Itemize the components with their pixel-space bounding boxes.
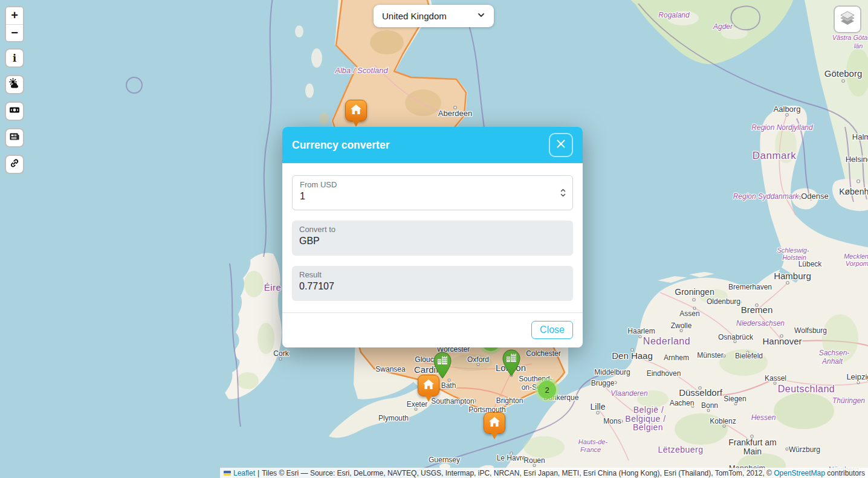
news-button[interactable] — [5, 128, 24, 147]
map-label-city: Odense — [801, 192, 829, 201]
map-label-city: Rouen — [523, 456, 545, 465]
map-label-city: Wolfsburg — [794, 326, 827, 335]
map-label-city: Bath — [441, 381, 456, 390]
cluster-count: 2 — [538, 381, 556, 399]
link-icon — [9, 158, 20, 171]
map-label-city: Aachen — [670, 399, 695, 407]
openstreetmap-link[interactable]: OpenStreetMap — [774, 469, 825, 477]
money-icon — [9, 105, 20, 118]
map-label-city: Hannover — [762, 336, 802, 346]
map-label-region: France — [580, 446, 601, 453]
map-label-city: Halmst — [852, 132, 868, 141]
map-label-country: België / — [633, 405, 664, 415]
marker-house-scotland[interactable] — [345, 100, 367, 121]
from-usd-input[interactable] — [300, 191, 539, 202]
map-label-country: Éire — [264, 282, 282, 292]
map-label-city: Glouc — [415, 355, 433, 364]
map-label-region: Alba / Scotland — [334, 66, 388, 75]
map-label-city: Zwolle — [671, 321, 692, 330]
currency-converter-button[interactable] — [5, 102, 24, 121]
map-label-region: Region Nordjylland — [751, 123, 813, 132]
chevron-down-icon — [477, 11, 485, 22]
map-label-country: Deutschland — [778, 384, 835, 394]
map-label-city: Oxford — [467, 355, 489, 364]
map-label-region: Rogaland — [658, 11, 690, 19]
zoom-out-button[interactable]: − — [6, 25, 23, 42]
map-label-city: Assen — [679, 309, 699, 318]
layers-icon — [839, 10, 856, 29]
marker-cluster[interactable]: 2 — [535, 378, 559, 402]
map-label-city: Southampton — [431, 397, 474, 405]
marker-building-london[interactable] — [501, 349, 522, 379]
map-label-city: Brighton — [496, 396, 523, 405]
convert-to-label: Convert to — [299, 225, 566, 234]
map-label-region: Agder — [713, 22, 733, 31]
map-label-city: Guernsey — [429, 456, 460, 464]
map-label-city: Aberdeen — [438, 109, 472, 118]
zoom-control: + − — [5, 6, 24, 42]
result-label: Result — [299, 270, 566, 279]
convert-to-value: GBP — [299, 236, 566, 247]
map-label-region: Mecklenb. — [844, 253, 868, 260]
house-icon — [350, 104, 362, 117]
close-icon — [555, 138, 566, 152]
map-label-city: Aalborg — [774, 105, 801, 114]
map-label-region: Thüringen — [832, 396, 865, 405]
map-label-city: Bremen — [741, 305, 773, 315]
map-label-city: Middelburg — [594, 368, 630, 376]
map-label-city: Cork — [273, 349, 289, 358]
map-label-city: Den Haag — [612, 350, 653, 361]
country-selector-value: United Kingdom — [382, 11, 447, 21]
from-usd-label: From USD — [300, 180, 565, 189]
info-icon: i — [13, 53, 16, 64]
modal-body: From USD Convert to GBP Result 0.77107 — [282, 163, 583, 301]
info-button[interactable]: i — [5, 48, 24, 68]
map-label-city: Düsseldorf — [679, 387, 723, 398]
map-label-city: Oldenburg — [707, 297, 740, 306]
map-label-region: Vlaanderen — [611, 389, 648, 398]
map-label-city: Mons — [603, 417, 621, 425]
map-label-city: København — [839, 187, 868, 196]
map-label-country: Danmark — [753, 150, 796, 161]
map-label-region: Sachsen- — [819, 349, 850, 357]
map-label-city: Groningen — [675, 287, 714, 297]
result-field: Result 0.77107 — [292, 266, 573, 301]
map-label-city: Göteborg — [824, 68, 863, 79]
weather-button[interactable] — [5, 75, 24, 94]
map-label-city: Hamburg — [774, 271, 811, 281]
map-label-region: Region Syddanmark — [733, 192, 800, 201]
map-label-region: Hessen — [751, 413, 776, 422]
convert-to-field: Convert to GBP — [292, 221, 573, 256]
attribution-suffix: contributors — [827, 469, 865, 477]
country-selector[interactable]: United Kingdom — [374, 5, 494, 27]
attribution-separator: | — [257, 469, 259, 477]
map-label-city: Lübeck — [798, 260, 823, 268]
map-label-city: Swansea — [375, 365, 406, 373]
map-label-city: Arnhem — [664, 354, 689, 362]
modal-close-button[interactable] — [549, 133, 573, 157]
link-button[interactable] — [5, 155, 24, 174]
building-icon — [432, 351, 453, 379]
map-label-city: Le Havre — [497, 454, 526, 462]
map-label-city: Frankfurt am — [728, 438, 776, 447]
layers-control[interactable] — [834, 5, 861, 33]
map-label-city: Münster — [697, 351, 723, 360]
leaflet-link[interactable]: Leaflet — [233, 469, 255, 477]
map-label-city: Haarlem — [627, 327, 655, 335]
zoom-in-button[interactable]: + — [6, 7, 23, 25]
marker-building-cardiff[interactable] — [432, 351, 453, 381]
map-label-region: Niedersachsen — [736, 319, 785, 328]
map-label-city: Leipzig — [846, 372, 868, 381]
map-label-city: Main — [743, 447, 762, 456]
modal-header: Currency converter — [282, 127, 583, 163]
modal-footer: Close — [282, 312, 583, 347]
marker-house-channel[interactable] — [484, 412, 505, 434]
map-label-city: Brugge — [591, 379, 615, 387]
map-label-country: Nederland — [643, 336, 690, 346]
map-label-city: Bielefeld — [735, 352, 763, 360]
number-spinner-icon[interactable] — [560, 188, 566, 200]
map-label-country: Lëtzebuerg — [658, 445, 703, 454]
close-button[interactable]: Close — [531, 321, 573, 339]
map-label-city: Koblenz — [710, 417, 736, 425]
map-label-region: Hauts-de- — [578, 438, 608, 445]
